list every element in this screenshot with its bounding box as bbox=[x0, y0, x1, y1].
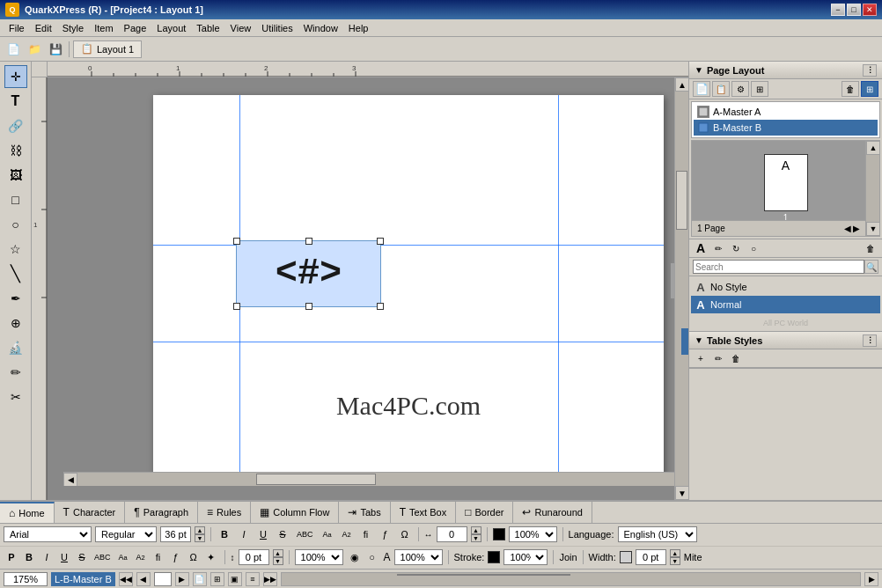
width-up-btn[interactable]: ▲ bbox=[670, 549, 680, 557]
baseline-down-btn[interactable]: ▼ bbox=[273, 557, 283, 565]
font-select[interactable]: Arial bbox=[4, 526, 92, 542]
st-link-btn[interactable]: ○ bbox=[746, 241, 761, 255]
scale-select[interactable]: 100% bbox=[509, 526, 557, 542]
pl-grid-btn[interactable]: ⊞ bbox=[861, 81, 878, 97]
view-mode-3[interactable]: ▣ bbox=[228, 572, 242, 586]
resize-handle-bl[interactable] bbox=[233, 303, 240, 310]
ts-new-btn[interactable]: + bbox=[693, 351, 709, 365]
superscript-btn[interactable]: Aa bbox=[115, 549, 131, 565]
view-mode-4[interactable]: ≡ bbox=[246, 572, 260, 586]
style-select[interactable]: Regular bbox=[95, 526, 157, 542]
image-tool-btn[interactable]: 🖼 bbox=[4, 164, 27, 187]
toolbar-new[interactable]: 📄 bbox=[4, 40, 23, 59]
size-input[interactable] bbox=[160, 526, 191, 542]
scale-v-select[interactable]: 100% bbox=[295, 549, 343, 565]
italic-button[interactable]: I bbox=[236, 526, 252, 542]
link-tool-btn[interactable]: 🔗 bbox=[4, 114, 27, 137]
status-h-scrollbar[interactable] bbox=[281, 572, 861, 586]
menu-page[interactable]: Page bbox=[119, 21, 152, 35]
pl-settings-btn[interactable]: ⚙ bbox=[731, 81, 749, 97]
ts-edit-btn[interactable]: ✏ bbox=[710, 351, 726, 365]
tab-tabs[interactable]: ⇥ Tabs bbox=[339, 502, 390, 523]
width-down-btn[interactable]: ▼ bbox=[670, 557, 680, 565]
pages-scroll-down[interactable]: ▼ bbox=[866, 222, 880, 236]
nav-first-btn[interactable]: ◀◀ bbox=[119, 572, 133, 586]
v-scroll-thumb[interactable] bbox=[676, 171, 687, 230]
menu-utilities[interactable]: Utilities bbox=[256, 21, 298, 35]
pages-v-scrollbar[interactable]: ▲ ▼ bbox=[865, 141, 879, 236]
pl-new-page-btn[interactable]: 📄 bbox=[693, 81, 710, 97]
resize-handle-br[interactable] bbox=[377, 303, 384, 310]
rect-tool-btn[interactable]: □ bbox=[4, 188, 27, 211]
menu-window[interactable]: Window bbox=[298, 21, 343, 35]
status-scroll-thumb[interactable] bbox=[397, 574, 570, 576]
align-center-radio[interactable]: ○ bbox=[364, 549, 380, 565]
v-scrollbar[interactable]: ▲ ▼ bbox=[674, 77, 688, 500]
fraction-button[interactable]: ƒ bbox=[378, 526, 393, 542]
strikethrough-button[interactable]: S bbox=[275, 526, 290, 542]
st-text-btn[interactable]: A bbox=[693, 241, 709, 255]
track-down-btn[interactable]: ▼ bbox=[471, 534, 481, 542]
underline-button[interactable]: U bbox=[255, 526, 271, 542]
ligature-btn2[interactable]: fi bbox=[151, 549, 166, 565]
plain-text-btn[interactable]: P bbox=[4, 549, 19, 565]
pen-tool-btn[interactable]: ✒ bbox=[4, 287, 27, 310]
page-layout-header[interactable]: ▼ Page Layout ⋮ bbox=[689, 62, 882, 79]
menu-layout[interactable]: Layout bbox=[151, 21, 191, 35]
page-layout-menu-btn[interactable]: ⋮ bbox=[863, 64, 877, 77]
style-normal[interactable]: A Normal bbox=[691, 296, 880, 313]
st-edit-btn[interactable]: ✏ bbox=[710, 241, 726, 255]
pencil-tool-btn[interactable]: ✏ bbox=[4, 361, 27, 384]
unlink-tool-btn[interactable]: ⛓ bbox=[4, 139, 27, 162]
table-styles-header[interactable]: ▼ Table Styles ⋮ bbox=[689, 332, 882, 349]
special-chars-button[interactable]: Ω bbox=[397, 526, 413, 542]
layout-tab[interactable]: 📋 Layout 1 bbox=[73, 40, 142, 58]
stroke-color-box[interactable] bbox=[488, 551, 500, 563]
language-select[interactable]: English (US) bbox=[618, 526, 697, 542]
bold-btn2[interactable]: B bbox=[21, 549, 37, 565]
track-input[interactable] bbox=[437, 526, 467, 542]
resize-handle-tm[interactable] bbox=[305, 238, 312, 245]
bold-button[interactable]: B bbox=[217, 526, 232, 542]
nav-prev-btn[interactable]: ◀ bbox=[136, 572, 151, 586]
pl-layout-btn[interactable]: 📋 bbox=[712, 81, 730, 97]
menu-table[interactable]: Table bbox=[191, 21, 224, 35]
st-delete-btn[interactable]: 🗑 bbox=[863, 241, 878, 255]
menu-view[interactable]: View bbox=[225, 21, 257, 35]
h-scroll-track[interactable] bbox=[77, 473, 674, 486]
v-scroll-up-btn[interactable]: ▲ bbox=[675, 77, 688, 92]
scale-a-select[interactable]: 100% bbox=[394, 549, 443, 565]
nav-end-btn[interactable]: ▶▶ bbox=[263, 572, 277, 586]
special-btn[interactable]: ✦ bbox=[203, 549, 219, 565]
canvas-scroll[interactable]: <#> Mac4PC.com ◀ bbox=[48, 77, 688, 486]
eyedropper-tool-btn[interactable]: 🔬 bbox=[4, 336, 27, 359]
menu-item[interactable]: Item bbox=[89, 21, 118, 35]
width-color-swatch[interactable] bbox=[620, 551, 632, 563]
resize-handle-tl[interactable] bbox=[233, 238, 240, 245]
tab-rules[interactable]: ≡ Rules bbox=[198, 502, 251, 523]
track-up-btn[interactable]: ▲ bbox=[471, 526, 481, 534]
view-mode-2[interactable]: ⊞ bbox=[210, 572, 224, 586]
pl-copy-btn[interactable]: ⊞ bbox=[751, 81, 768, 97]
scissors-tool-btn[interactable]: ✂ bbox=[4, 386, 27, 408]
underline-btn2[interactable]: U bbox=[56, 549, 72, 565]
small-caps-btn[interactable]: ABC bbox=[92, 549, 114, 565]
smallcaps-button[interactable]: ABC bbox=[294, 526, 316, 542]
pages-scroll-track[interactable] bbox=[866, 155, 879, 222]
move-tool-btn[interactable]: ✛ bbox=[4, 65, 27, 88]
resize-handle-tr[interactable] bbox=[377, 238, 384, 245]
master-b[interactable]: B-Master B bbox=[694, 120, 878, 136]
size-down-btn[interactable]: ▼ bbox=[195, 534, 205, 542]
status-scroll-right[interactable]: ▶ bbox=[864, 572, 878, 586]
baseline-input[interactable] bbox=[239, 549, 269, 565]
frac-btn[interactable]: ƒ bbox=[168, 549, 184, 565]
v-scroll-down-btn[interactable]: ▼ bbox=[675, 486, 688, 500]
align-left-radio[interactable]: ◉ bbox=[347, 549, 363, 565]
tab-paragraph[interactable]: ¶ Paragraph bbox=[125, 502, 198, 523]
tab-text-box[interactable]: T Text Box bbox=[391, 502, 457, 523]
st-refresh-btn[interactable]: ↻ bbox=[728, 241, 744, 255]
zoom-input[interactable] bbox=[4, 572, 48, 586]
styles-search-input[interactable] bbox=[693, 260, 864, 274]
v-scroll-track[interactable] bbox=[675, 92, 688, 486]
pages-scroll-up[interactable]: ▲ bbox=[866, 141, 880, 155]
